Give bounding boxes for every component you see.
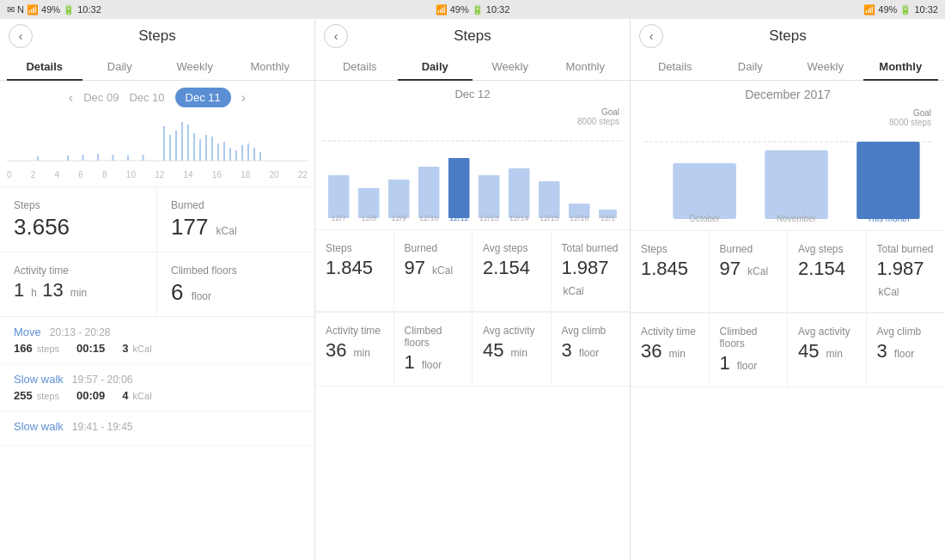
panel-3-back-button[interactable]: ‹	[639, 24, 663, 48]
act1-steps: 166 steps	[14, 342, 59, 355]
tab-monthly-1[interactable]: Monthly	[233, 53, 308, 80]
tab-details-3[interactable]: Details	[637, 53, 713, 80]
p3-steps-value: 1.845	[641, 259, 698, 279]
p3-total-burned-value: 1.987 kCal	[877, 259, 936, 300]
tab-weekly-3[interactable]: Weekly	[788, 53, 863, 80]
burned-label: Burned	[171, 199, 301, 211]
p2-avg-steps: Avg steps 2.154	[472, 230, 552, 312]
p2-avg-steps-value: 2.154	[483, 258, 540, 278]
p3-avg-climb: Avg climb 3 floor	[867, 313, 946, 387]
svg-rect-5	[187, 125, 189, 161]
panel-1: ‹ Steps Details Daily Weekly Monthly ‹ D…	[0, 19, 315, 560]
svg-rect-19	[67, 155, 69, 161]
floors-value: 6 floor	[171, 280, 301, 305]
svg-rect-17	[259, 152, 261, 161]
p3-floors: Climbed floors 1 floor	[710, 313, 789, 387]
status-icons-center: 📶 49% 🔋 10:32	[436, 4, 510, 15]
svg-rect-29	[418, 167, 440, 218]
activity-3-range: 19:41 - 19:45	[72, 421, 133, 433]
tab-daily-3[interactable]: Daily	[713, 53, 789, 80]
p2-steps-value: 1.845	[326, 258, 383, 278]
svg-rect-15	[247, 143, 249, 161]
panel-1-stats: Steps 3.656 Burned 177 kCal Activity tim…	[0, 186, 314, 317]
svg-rect-13	[235, 150, 237, 161]
panel-3-stats-2: Activity time 36 min Climbed floors 1 fl…	[631, 313, 945, 387]
panel-1-activity-list: Move 20:13 - 20:28 166 steps 00:15 3 kCa…	[0, 317, 314, 560]
act1-duration: 00:15	[76, 342, 105, 355]
svg-text:12/15: 12/15	[540, 214, 559, 222]
activity-1-stats: 166 steps 00:15 3 kCal	[14, 342, 301, 355]
p3-avg-act: Avg activity 45 min	[788, 313, 867, 387]
svg-rect-23	[127, 155, 129, 161]
svg-rect-30	[448, 158, 470, 218]
panel-2-stats-1: Steps 1.845 Burned 97 kCal Avg steps 2.1…	[315, 229, 630, 312]
line-chart-svg	[7, 118, 308, 165]
svg-text:12/12: 12/12	[449, 214, 469, 222]
tab-weekly-1[interactable]: Weekly	[157, 53, 233, 80]
activity-entry-3: Slow walk 19:41 - 19:45	[0, 411, 314, 446]
panel-1-header: ‹ Steps	[0, 19, 314, 53]
svg-rect-49	[857, 142, 919, 219]
next-arrow-1[interactable]: ›	[241, 90, 246, 106]
svg-text:November: November	[777, 214, 817, 223]
steps-stat: Steps 3.656	[0, 187, 157, 253]
activity-3-type: Slow walk	[14, 420, 64, 433]
tab-monthly-2[interactable]: Monthly	[548, 53, 624, 80]
svg-rect-1	[163, 126, 165, 161]
panel-2-back-button[interactable]: ‹	[324, 24, 348, 48]
p2-steps: Steps 1.845	[315, 230, 394, 312]
p2-act-time-value: 36 min	[326, 340, 383, 361]
svg-rect-14	[241, 145, 243, 161]
svg-rect-10	[217, 143, 219, 161]
activity-3-header: Slow walk 19:41 - 19:45	[14, 420, 301, 433]
activity-2-type: Slow walk	[14, 373, 64, 386]
activity-time-value: 1 h 13 min	[14, 280, 143, 301]
activity-2-header: Slow walk 19:57 - 20:06	[14, 373, 301, 386]
tab-details-1[interactable]: Details	[7, 53, 82, 80]
p2-avg-climb: Avg climb 3 floor	[552, 313, 631, 386]
svg-text:12/1: 12/1	[601, 214, 616, 222]
svg-rect-20	[82, 155, 84, 161]
bar-chart-monthly: October November This month	[644, 129, 931, 223]
tab-daily-2[interactable]: Daily	[398, 53, 473, 80]
tab-weekly-2[interactable]: Weekly	[472, 53, 548, 80]
svg-text:12/10: 12/10	[419, 214, 439, 222]
p2-burned-value: 97 kCal	[405, 258, 462, 278]
svg-rect-16	[253, 148, 255, 161]
panel-1-title: Steps	[138, 27, 175, 45]
tab-details-2[interactable]: Details	[322, 53, 398, 80]
tab-daily-1[interactable]: Daily	[82, 53, 158, 80]
status-center: 📶 49% 🔋 10:32	[317, 4, 627, 15]
steps-label: Steps	[14, 199, 143, 211]
panel-3-stats-1: Steps 1.845 Burned 97 kCal Avg steps 2.1…	[631, 230, 945, 313]
floors-stat: Climbed floors 6 floor	[157, 253, 314, 318]
p3-total-burned: Total burned 1.987 kCal	[867, 231, 946, 313]
goal-steps-3: 8000 steps	[644, 118, 931, 127]
date-current-1: Dec 10	[129, 91, 164, 104]
p2-act-time: Activity time 36 min	[315, 313, 394, 386]
p3-avg-act-value: 45 min	[798, 341, 856, 362]
burned-stat: Burned 177 kCal	[157, 187, 314, 253]
svg-rect-47	[673, 163, 735, 219]
svg-text:12/7: 12/7	[331, 214, 346, 222]
date-prev-1: Dec 09	[83, 91, 119, 104]
p3-avg-climb-value: 3 floor	[877, 341, 936, 362]
floors-label: Climbed floors	[171, 265, 301, 277]
chart-axis-1: 0246810 121416182022	[7, 170, 308, 180]
status-right: 📶 49% 🔋 10:32	[628, 4, 938, 15]
status-bar: ✉ N 📶 49% 🔋 10:32 📶 49% 🔋 10:32 📶 49% 🔋 …	[0, 0, 945, 19]
svg-text:12/16: 12/16	[570, 214, 589, 222]
goal-label-2: Goal	[322, 107, 623, 117]
panel-2: ‹ Steps Details Daily Weekly Monthly Dec…	[315, 19, 631, 560]
tab-monthly-3[interactable]: Monthly	[863, 53, 939, 80]
svg-text:12/9: 12/9	[391, 214, 406, 222]
p3-burned-value: 97 kCal	[720, 259, 777, 279]
svg-rect-26	[328, 175, 350, 218]
svg-rect-22	[113, 155, 114, 161]
prev-arrow-1[interactable]: ‹	[69, 90, 73, 106]
goal-steps-2: 8000 steps	[322, 117, 623, 126]
date-active-1[interactable]: Dec 11	[175, 88, 231, 107]
act2-duration: 00:09	[76, 389, 105, 402]
svg-rect-6	[193, 133, 195, 161]
panel-1-back-button[interactable]: ‹	[9, 24, 33, 48]
